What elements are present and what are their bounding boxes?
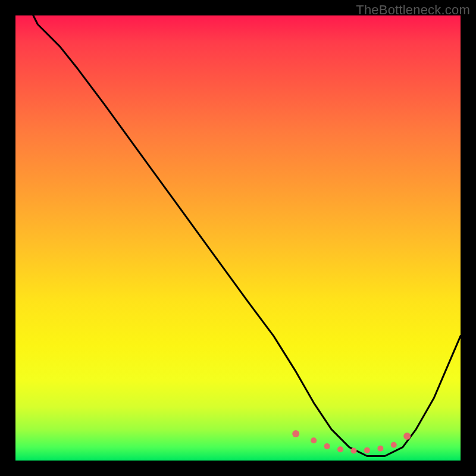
trough-marker bbox=[311, 437, 317, 443]
trough-marker bbox=[337, 446, 343, 452]
trough-markers-group bbox=[292, 430, 411, 453]
curve-svg bbox=[15, 15, 461, 461]
trough-marker bbox=[377, 446, 383, 452]
trough-marker bbox=[292, 430, 299, 437]
plot-area bbox=[15, 15, 461, 461]
trough-marker bbox=[351, 448, 357, 454]
chart-container: TheBottleneck.com bbox=[0, 0, 476, 476]
trough-marker bbox=[364, 447, 370, 453]
trough-marker bbox=[403, 433, 411, 440]
trough-marker bbox=[324, 443, 330, 449]
trough-marker bbox=[391, 442, 397, 448]
bottleneck-curve bbox=[33, 15, 461, 456]
